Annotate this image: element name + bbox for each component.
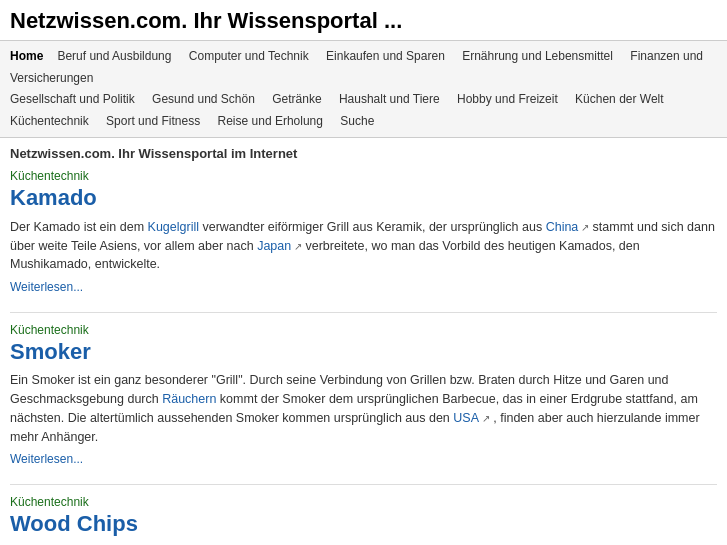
nav-home[interactable]: Home xyxy=(10,49,43,63)
nav-haushalt[interactable]: Haushalt und Tiere xyxy=(339,92,440,106)
nav-einkaufen[interactable]: Einkaufen und Sparen xyxy=(326,49,445,63)
read-more-kamado[interactable]: Weiterlesen... xyxy=(10,280,717,294)
nav-reise[interactable]: Reise und Erholung xyxy=(218,114,323,128)
article-text-kamado: Der Kamado ist ein dem Kugelgrill verwan… xyxy=(10,218,717,274)
site-title: Netzwissen.com. Ihr Wissensportal ... xyxy=(10,8,717,34)
site-header: Netzwissen.com. Ihr Wissensportal ... xyxy=(0,0,727,41)
category-link-wood-chips[interactable]: Küchentechnik xyxy=(10,495,717,509)
nav-getraenke[interactable]: Getränke xyxy=(272,92,321,106)
divider-1 xyxy=(10,312,717,313)
article-kamado: Küchentechnik Kamado Der Kamado ist ein … xyxy=(10,169,717,294)
nav-sep xyxy=(51,49,54,63)
link-japan[interactable]: Japan xyxy=(257,239,302,253)
nav-sep xyxy=(96,114,103,128)
nav-sport[interactable]: Sport und Fitness xyxy=(106,114,200,128)
nav-sep xyxy=(452,49,459,63)
link-usa[interactable]: USA xyxy=(453,411,489,425)
nav-hobby[interactable]: Hobby und Freizeit xyxy=(457,92,558,106)
content-site-title: Netzwissen.com. Ihr Wissensportal im Int… xyxy=(10,146,717,161)
article-title-smoker[interactable]: Smoker xyxy=(10,339,717,365)
nav-gesellschaft[interactable]: Gesellschaft und Politik xyxy=(10,92,135,106)
nav-ernaehrung[interactable]: Ernährung und Lebensmittel xyxy=(462,49,613,63)
navigation: Home Beruf und Ausbildung Computer und T… xyxy=(0,41,727,138)
nav-suche[interactable]: Suche xyxy=(340,114,374,128)
nav-sep xyxy=(316,49,323,63)
nav-computer[interactable]: Computer und Technik xyxy=(189,49,309,63)
nav-sep xyxy=(620,49,627,63)
category-link-smoker[interactable]: Küchentechnik xyxy=(10,323,717,337)
article-title-kamado[interactable]: Kamado xyxy=(10,185,717,211)
nav-sep xyxy=(208,114,215,128)
divider-2 xyxy=(10,484,717,485)
nav-sep xyxy=(565,92,572,106)
nav-sep xyxy=(179,49,186,63)
nav-sep xyxy=(329,92,336,106)
nav-kuechen-welt[interactable]: Küchen der Welt xyxy=(575,92,664,106)
article-text-smoker: Ein Smoker ist ein ganz besonderer "Gril… xyxy=(10,371,717,446)
nav-sep xyxy=(447,92,454,106)
category-link-kamado[interactable]: Küchentechnik xyxy=(10,169,717,183)
nav-gesund[interactable]: Gesund und Schön xyxy=(152,92,255,106)
main-content: Netzwissen.com. Ihr Wissensportal im Int… xyxy=(0,138,727,545)
nav-sep xyxy=(330,114,337,128)
article-wood-chips: Küchentechnik Wood Chips Wood Chips (Hol… xyxy=(10,495,717,545)
nav-sep xyxy=(671,92,678,106)
nav-sep xyxy=(262,92,269,106)
nav-beruf[interactable]: Beruf und Ausbildung xyxy=(57,49,171,63)
nav-sep xyxy=(142,92,149,106)
article-smoker: Küchentechnik Smoker Ein Smoker ist ein … xyxy=(10,323,717,466)
link-raeuchern[interactable]: Räuchern xyxy=(162,392,216,406)
article-title-wood-chips[interactable]: Wood Chips xyxy=(10,511,717,537)
link-kugelgrill[interactable]: Kugelgrill xyxy=(148,220,199,234)
read-more-smoker[interactable]: Weiterlesen... xyxy=(10,452,717,466)
nav-kuechentechnik[interactable]: Küchentechnik xyxy=(10,114,89,128)
link-china[interactable]: China xyxy=(546,220,589,234)
